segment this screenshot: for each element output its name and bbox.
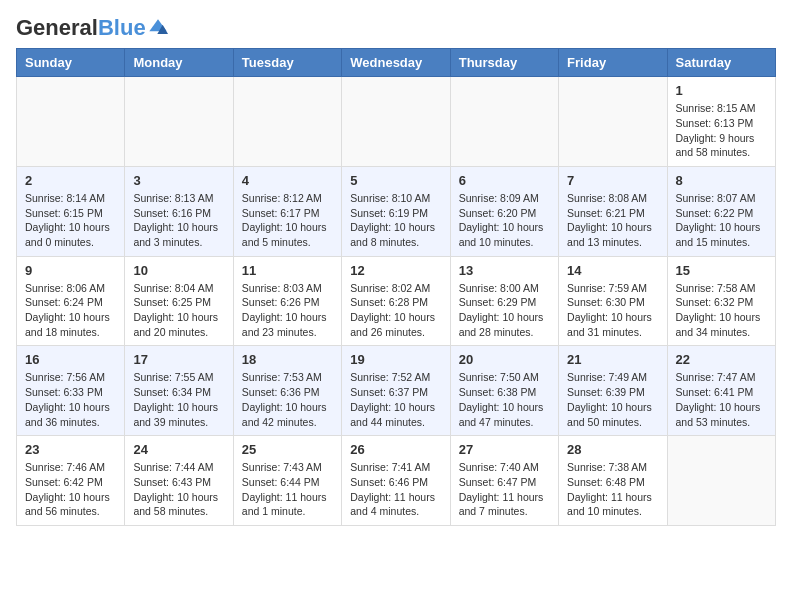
calendar-week-3: 9Sunrise: 8:06 AM Sunset: 6:24 PM Daylig… <box>17 256 776 346</box>
day-number: 14 <box>567 263 658 278</box>
day-info: Sunrise: 7:41 AM Sunset: 6:46 PM Dayligh… <box>350 460 441 519</box>
calendar-cell: 11Sunrise: 8:03 AM Sunset: 6:26 PM Dayli… <box>233 256 341 346</box>
day-number: 2 <box>25 173 116 188</box>
calendar-header-row: SundayMondayTuesdayWednesdayThursdayFrid… <box>17 49 776 77</box>
day-info: Sunrise: 7:49 AM Sunset: 6:39 PM Dayligh… <box>567 370 658 429</box>
day-number: 19 <box>350 352 441 367</box>
calendar-cell: 4Sunrise: 8:12 AM Sunset: 6:17 PM Daylig… <box>233 166 341 256</box>
calendar-cell <box>233 77 341 167</box>
calendar-cell: 19Sunrise: 7:52 AM Sunset: 6:37 PM Dayli… <box>342 346 450 436</box>
page-header: GeneralBlue <box>16 16 776 40</box>
calendar-cell: 22Sunrise: 7:47 AM Sunset: 6:41 PM Dayli… <box>667 346 775 436</box>
day-number: 13 <box>459 263 550 278</box>
day-info: Sunrise: 8:14 AM Sunset: 6:15 PM Dayligh… <box>25 191 116 250</box>
day-number: 11 <box>242 263 333 278</box>
day-number: 15 <box>676 263 767 278</box>
day-info: Sunrise: 7:43 AM Sunset: 6:44 PM Dayligh… <box>242 460 333 519</box>
day-number: 27 <box>459 442 550 457</box>
day-info: Sunrise: 8:12 AM Sunset: 6:17 PM Dayligh… <box>242 191 333 250</box>
day-info: Sunrise: 7:55 AM Sunset: 6:34 PM Dayligh… <box>133 370 224 429</box>
day-info: Sunrise: 7:47 AM Sunset: 6:41 PM Dayligh… <box>676 370 767 429</box>
calendar-week-4: 16Sunrise: 7:56 AM Sunset: 6:33 PM Dayli… <box>17 346 776 436</box>
calendar-cell <box>667 436 775 526</box>
day-info: Sunrise: 8:10 AM Sunset: 6:19 PM Dayligh… <box>350 191 441 250</box>
calendar-cell <box>125 77 233 167</box>
day-info: Sunrise: 7:58 AM Sunset: 6:32 PM Dayligh… <box>676 281 767 340</box>
calendar-cell: 23Sunrise: 7:46 AM Sunset: 6:42 PM Dayli… <box>17 436 125 526</box>
day-number: 18 <box>242 352 333 367</box>
calendar-cell <box>17 77 125 167</box>
day-number: 16 <box>25 352 116 367</box>
logo-icon <box>148 18 168 38</box>
day-info: Sunrise: 7:50 AM Sunset: 6:38 PM Dayligh… <box>459 370 550 429</box>
day-info: Sunrise: 7:46 AM Sunset: 6:42 PM Dayligh… <box>25 460 116 519</box>
calendar-cell <box>450 77 558 167</box>
day-number: 24 <box>133 442 224 457</box>
day-info: Sunrise: 7:44 AM Sunset: 6:43 PM Dayligh… <box>133 460 224 519</box>
day-number: 3 <box>133 173 224 188</box>
calendar-cell: 17Sunrise: 7:55 AM Sunset: 6:34 PM Dayli… <box>125 346 233 436</box>
day-number: 10 <box>133 263 224 278</box>
calendar-cell: 28Sunrise: 7:38 AM Sunset: 6:48 PM Dayli… <box>559 436 667 526</box>
day-header-wednesday: Wednesday <box>342 49 450 77</box>
calendar-cell: 25Sunrise: 7:43 AM Sunset: 6:44 PM Dayli… <box>233 436 341 526</box>
day-info: Sunrise: 8:15 AM Sunset: 6:13 PM Dayligh… <box>676 101 767 160</box>
calendar-cell: 24Sunrise: 7:44 AM Sunset: 6:43 PM Dayli… <box>125 436 233 526</box>
calendar-cell: 9Sunrise: 8:06 AM Sunset: 6:24 PM Daylig… <box>17 256 125 346</box>
day-number: 12 <box>350 263 441 278</box>
calendar-cell: 18Sunrise: 7:53 AM Sunset: 6:36 PM Dayli… <box>233 346 341 436</box>
day-number: 23 <box>25 442 116 457</box>
calendar-cell: 12Sunrise: 8:02 AM Sunset: 6:28 PM Dayli… <box>342 256 450 346</box>
calendar-cell: 8Sunrise: 8:07 AM Sunset: 6:22 PM Daylig… <box>667 166 775 256</box>
day-info: Sunrise: 8:13 AM Sunset: 6:16 PM Dayligh… <box>133 191 224 250</box>
calendar-week-1: 1Sunrise: 8:15 AM Sunset: 6:13 PM Daylig… <box>17 77 776 167</box>
day-header-monday: Monday <box>125 49 233 77</box>
day-number: 4 <box>242 173 333 188</box>
calendar-cell: 2Sunrise: 8:14 AM Sunset: 6:15 PM Daylig… <box>17 166 125 256</box>
day-number: 20 <box>459 352 550 367</box>
day-number: 9 <box>25 263 116 278</box>
day-number: 1 <box>676 83 767 98</box>
calendar-cell: 10Sunrise: 8:04 AM Sunset: 6:25 PM Dayli… <box>125 256 233 346</box>
calendar-cell: 15Sunrise: 7:58 AM Sunset: 6:32 PM Dayli… <box>667 256 775 346</box>
calendar-cell: 20Sunrise: 7:50 AM Sunset: 6:38 PM Dayli… <box>450 346 558 436</box>
calendar-cell <box>342 77 450 167</box>
day-number: 17 <box>133 352 224 367</box>
calendar-week-5: 23Sunrise: 7:46 AM Sunset: 6:42 PM Dayli… <box>17 436 776 526</box>
day-header-thursday: Thursday <box>450 49 558 77</box>
day-info: Sunrise: 8:00 AM Sunset: 6:29 PM Dayligh… <box>459 281 550 340</box>
day-info: Sunrise: 8:04 AM Sunset: 6:25 PM Dayligh… <box>133 281 224 340</box>
calendar-table: SundayMondayTuesdayWednesdayThursdayFrid… <box>16 48 776 526</box>
day-number: 28 <box>567 442 658 457</box>
day-header-sunday: Sunday <box>17 49 125 77</box>
day-header-friday: Friday <box>559 49 667 77</box>
day-header-tuesday: Tuesday <box>233 49 341 77</box>
day-number: 5 <box>350 173 441 188</box>
day-info: Sunrise: 8:09 AM Sunset: 6:20 PM Dayligh… <box>459 191 550 250</box>
day-info: Sunrise: 8:03 AM Sunset: 6:26 PM Dayligh… <box>242 281 333 340</box>
day-info: Sunrise: 7:40 AM Sunset: 6:47 PM Dayligh… <box>459 460 550 519</box>
day-number: 6 <box>459 173 550 188</box>
day-info: Sunrise: 7:56 AM Sunset: 6:33 PM Dayligh… <box>25 370 116 429</box>
day-number: 8 <box>676 173 767 188</box>
calendar-cell: 5Sunrise: 8:10 AM Sunset: 6:19 PM Daylig… <box>342 166 450 256</box>
calendar-cell: 1Sunrise: 8:15 AM Sunset: 6:13 PM Daylig… <box>667 77 775 167</box>
day-number: 7 <box>567 173 658 188</box>
logo-text: GeneralBlue <box>16 16 146 40</box>
calendar-cell: 3Sunrise: 8:13 AM Sunset: 6:16 PM Daylig… <box>125 166 233 256</box>
calendar-cell: 16Sunrise: 7:56 AM Sunset: 6:33 PM Dayli… <box>17 346 125 436</box>
calendar-cell: 14Sunrise: 7:59 AM Sunset: 6:30 PM Dayli… <box>559 256 667 346</box>
calendar-cell: 7Sunrise: 8:08 AM Sunset: 6:21 PM Daylig… <box>559 166 667 256</box>
day-info: Sunrise: 8:06 AM Sunset: 6:24 PM Dayligh… <box>25 281 116 340</box>
day-info: Sunrise: 7:38 AM Sunset: 6:48 PM Dayligh… <box>567 460 658 519</box>
day-info: Sunrise: 8:08 AM Sunset: 6:21 PM Dayligh… <box>567 191 658 250</box>
calendar-cell: 13Sunrise: 8:00 AM Sunset: 6:29 PM Dayli… <box>450 256 558 346</box>
calendar-cell: 6Sunrise: 8:09 AM Sunset: 6:20 PM Daylig… <box>450 166 558 256</box>
day-info: Sunrise: 7:52 AM Sunset: 6:37 PM Dayligh… <box>350 370 441 429</box>
day-header-saturday: Saturday <box>667 49 775 77</box>
day-number: 26 <box>350 442 441 457</box>
day-info: Sunrise: 7:59 AM Sunset: 6:30 PM Dayligh… <box>567 281 658 340</box>
calendar-cell: 26Sunrise: 7:41 AM Sunset: 6:46 PM Dayli… <box>342 436 450 526</box>
day-info: Sunrise: 8:07 AM Sunset: 6:22 PM Dayligh… <box>676 191 767 250</box>
calendar-cell: 27Sunrise: 7:40 AM Sunset: 6:47 PM Dayli… <box>450 436 558 526</box>
